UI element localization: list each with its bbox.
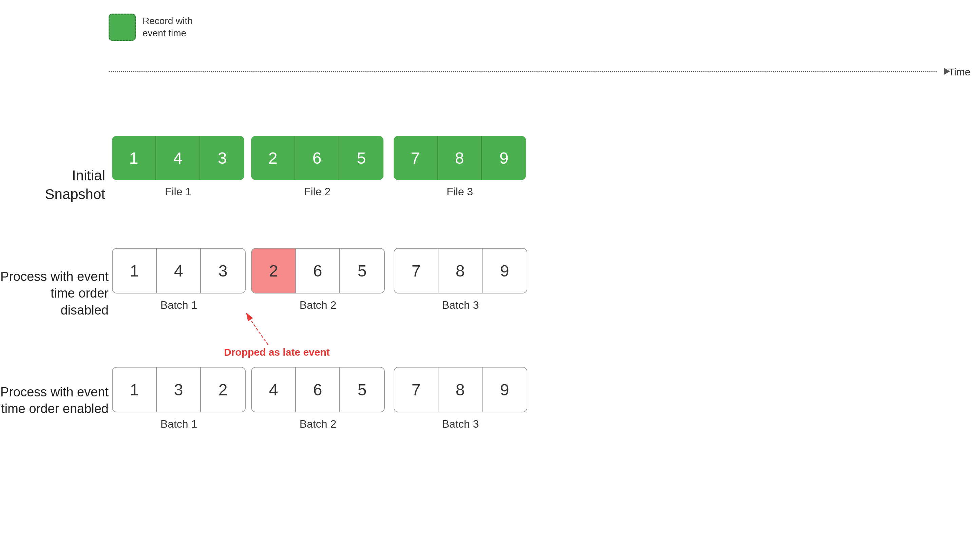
- enabled-batch2-label: Batch 2: [300, 418, 337, 430]
- disabled-label: Process with eventtime order disabled: [0, 268, 108, 319]
- file1-record-1: 1: [112, 136, 156, 180]
- file2-records: 2 6 5: [251, 136, 383, 180]
- disabled-batch3-records: 7 8 9: [394, 248, 527, 294]
- timeline: Time: [108, 68, 950, 75]
- disabled-batch3-record-3: 9: [482, 249, 527, 293]
- disabled-batch2-record-3: 5: [340, 249, 384, 293]
- disabled-batch3-record-1: 7: [394, 249, 438, 293]
- file1-label: File 1: [165, 185, 191, 198]
- disabled-batch1-label: Batch 1: [161, 299, 197, 311]
- enabled-batch1-records: 1 3 2: [112, 367, 246, 412]
- enabled-batch3-record-1: 7: [394, 367, 438, 412]
- file2-group: 2 6 5 File 2: [251, 136, 383, 198]
- enabled-batch2-record-1: 4: [252, 367, 296, 412]
- file1-record-2: 4: [156, 136, 200, 180]
- file1-record-3: 3: [200, 136, 244, 180]
- disabled-batch1-record-1: 1: [113, 249, 157, 293]
- disabled-batch2-label: Batch 2: [300, 299, 337, 311]
- enabled-batch3-group: 7 8 9 Batch 3: [394, 367, 527, 430]
- enabled-batch2-record-3: 5: [340, 367, 384, 412]
- enabled-batch2-records: 4 6 5: [251, 367, 385, 412]
- disabled-batch3-label: Batch 3: [442, 299, 479, 311]
- file3-label: File 3: [447, 185, 473, 198]
- enabled-label: Process with eventtime order enabled: [0, 384, 108, 417]
- enabled-batch3-label: Batch 3: [442, 418, 479, 430]
- disabled-batch1-record-2: 4: [157, 249, 201, 293]
- legend-label: Record with event time: [143, 15, 193, 40]
- legend-icon: [108, 14, 136, 41]
- file2-record-1: 2: [251, 136, 295, 180]
- enabled-batch3-record-3: 9: [482, 367, 527, 412]
- timeline-label: Time: [948, 66, 970, 78]
- enabled-batch2-record-2: 6: [296, 367, 340, 412]
- file1-group: 1 4 3 File 1: [112, 136, 244, 198]
- dropped-arrow-svg: [224, 285, 292, 353]
- disabled-batch3-record-2: 8: [438, 249, 482, 293]
- enabled-batch1-label: Batch 1: [161, 418, 197, 430]
- enabled-batch3-records: 7 8 9: [394, 367, 527, 412]
- enabled-batch1-record-1: 1: [113, 367, 157, 412]
- initial-snapshot-label: Initial Snapshot: [10, 166, 105, 203]
- enabled-batch1-record-3: 2: [201, 367, 245, 412]
- legend: Record with event time: [108, 14, 193, 41]
- file2-record-2: 6: [295, 136, 339, 180]
- file3-group: 7 8 9 File 3: [394, 136, 526, 198]
- file2-record-3: 5: [339, 136, 383, 180]
- diagram: Record with event time Time Initial Snap…: [0, 0, 980, 535]
- disabled-batch3-group: 7 8 9 Batch 3: [394, 248, 527, 311]
- enabled-batch3-record-2: 8: [438, 367, 482, 412]
- file3-records: 7 8 9: [394, 136, 526, 180]
- file1-records: 1 4 3: [112, 136, 244, 180]
- disabled-batch2-record-2: 6: [296, 249, 340, 293]
- enabled-batch1-record-2: 3: [157, 367, 201, 412]
- file3-record-2: 8: [438, 136, 482, 180]
- timeline-line: [108, 71, 937, 72]
- enabled-batch2-group: 4 6 5 Batch 2: [251, 367, 385, 430]
- enabled-batch1-group: 1 3 2 Batch 1: [112, 367, 246, 430]
- file3-record-3: 9: [482, 136, 526, 180]
- file3-record-1: 7: [394, 136, 438, 180]
- file2-label: File 2: [304, 185, 331, 198]
